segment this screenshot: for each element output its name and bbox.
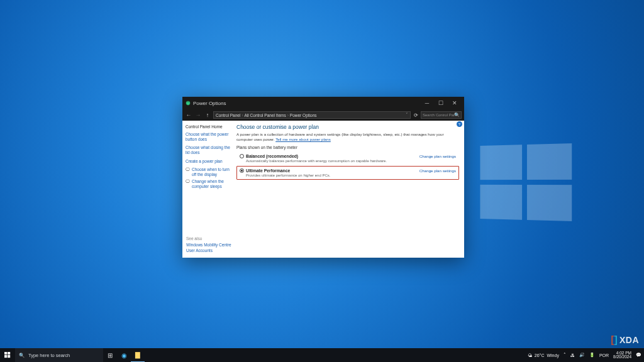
power-plan-ultimate: Ultimate Performance Provides ultimate p… [236, 166, 459, 180]
refresh-button[interactable]: ⟳ [413, 112, 419, 118]
sidebar: Control Panel Home Choose what the power… [182, 121, 234, 258]
plans-shown-label: Plans shown on the battery meter [236, 145, 459, 150]
minimize-button[interactable]: ─ [420, 97, 434, 109]
breadcrumb-item[interactable]: Control Panel [216, 113, 240, 118]
back-button[interactable]: ← [185, 111, 192, 119]
maximize-button[interactable]: ☐ [434, 97, 448, 109]
sidebar-link[interactable]: Choose what the power button does [186, 132, 231, 142]
taskbar-search[interactable]: 🔍 Type here to search [15, 348, 103, 362]
search-input[interactable]: Search Control Panel 🔍 [421, 111, 462, 119]
plan-description: Provides ultimate performance on higher … [246, 173, 456, 177]
chevron-down-icon[interactable]: ˅ [406, 112, 408, 118]
search-placeholder: Type here to search [28, 353, 70, 358]
plan-description: Automatically balances performance with … [246, 159, 456, 163]
svg-rect-1 [187, 101, 188, 103]
radio-ultimate[interactable] [240, 168, 244, 173]
plan-name: Ultimate Performance [246, 168, 290, 173]
svg-rect-5 [8, 355, 10, 358]
help-icon[interactable]: ? [457, 121, 462, 127]
sleep-icon: 🖵 [186, 179, 190, 184]
power-options-window: Power Options ─ ☐ ✕ ← → ↑ Control Panel›… [182, 97, 464, 258]
close-button[interactable]: ✕ [448, 97, 462, 109]
window-title: Power Options [193, 101, 420, 106]
start-button[interactable] [0, 348, 15, 362]
network-icon[interactable]: 🖧 [570, 353, 575, 358]
file-explorer-icon[interactable]: ▇ [131, 348, 145, 362]
taskbar: 🔍 Type here to search ⊞ ◉ ▇ 🌤 26°C Windy… [0, 348, 644, 362]
breadcrumb-item[interactable]: All Control Panel Items [245, 113, 286, 118]
svg-rect-2 [4, 352, 7, 354]
sidebar-link[interactable]: Choose what closing the lid does [186, 145, 231, 155]
up-button[interactable]: ↑ [204, 111, 211, 119]
search-placeholder: Search Control Panel [423, 113, 458, 117]
change-plan-settings-link[interactable]: Change plan settings [419, 154, 456, 158]
titlebar[interactable]: Power Options ─ ☐ ✕ [182, 97, 464, 109]
power-plan-balanced: Balanced (recommended) Automatically bal… [236, 151, 459, 165]
window-body: ? Control Panel Home Choose what the pow… [182, 121, 464, 258]
main-content: Choose or customise a power plan A power… [234, 121, 464, 258]
search-icon: 🔍 [454, 112, 460, 118]
plan-name: Balanced (recommended) [246, 154, 298, 158]
power-options-icon [185, 100, 191, 106]
search-icon: 🔍 [19, 353, 25, 358]
windows-logo-wallpaper [480, 143, 573, 221]
see-also: See also Windows Mobility Centre User Ac… [186, 236, 231, 254]
xda-watermark: [] XDA [611, 334, 639, 346]
notifications-button[interactable]: 💬 [636, 353, 641, 358]
address-bar: ← → ↑ Control Panel› All Control Panel I… [182, 109, 464, 121]
forward-button[interactable]: → [194, 111, 202, 119]
see-also-link[interactable]: Windows Mobility Centre [186, 243, 231, 247]
display-icon: 🖵 [186, 167, 190, 172]
page-description: A power plan is a collection of hardware… [236, 132, 459, 142]
volume-icon[interactable]: 🔊 [579, 353, 585, 358]
svg-rect-3 [8, 352, 10, 354]
weather-icon: 🌤 [528, 353, 532, 358]
svg-rect-4 [4, 355, 7, 358]
radio-balanced[interactable] [240, 154, 244, 158]
see-also-link[interactable]: User Accounts [186, 248, 231, 253]
language-indicator[interactable]: POR [599, 353, 609, 358]
weather-widget[interactable]: 🌤 26°C Windy [528, 353, 559, 358]
sidebar-link[interactable]: Change when the computer sleeps [192, 179, 231, 189]
sidebar-link[interactable]: Create a power plan [186, 159, 231, 164]
see-also-header: See also [186, 236, 231, 241]
learn-more-link[interactable]: Tell me more about power plans [275, 137, 331, 141]
control-panel-home-link[interactable]: Control Panel Home [186, 124, 231, 129]
clock[interactable]: 4:02 PM 8/20/2024 [613, 351, 631, 359]
tray-chevron-icon[interactable]: ˄ [564, 353, 566, 358]
edge-icon[interactable]: ◉ [117, 348, 131, 362]
system-tray: 🌤 26°C Windy ˄ 🖧 🔊 🔋 POR 4:02 PM 8/20/20… [528, 351, 644, 359]
battery-icon[interactable]: 🔋 [589, 353, 595, 358]
breadcrumb[interactable]: Control Panel› All Control Panel Items› … [213, 111, 411, 119]
change-plan-settings-link[interactable]: Change plan settings [419, 168, 456, 173]
breadcrumb-item[interactable]: Power Options [290, 113, 317, 118]
sidebar-link[interactable]: Choose when to turn off the display [192, 167, 231, 177]
page-heading: Choose or customise a power plan [236, 124, 459, 130]
task-view-button[interactable]: ⊞ [103, 348, 117, 362]
